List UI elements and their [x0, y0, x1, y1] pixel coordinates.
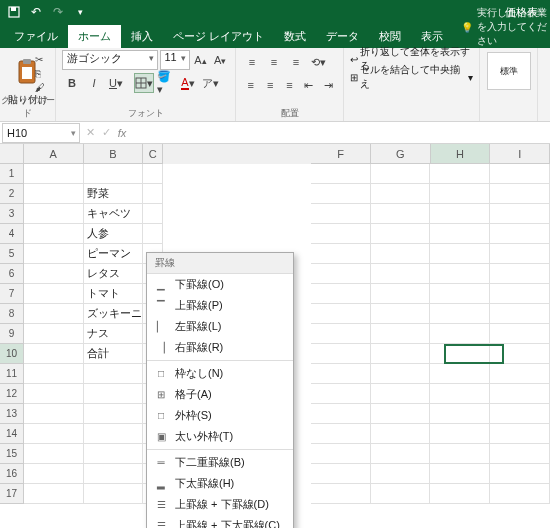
tab-formulas[interactable]: 数式 — [274, 25, 316, 48]
cell[interactable]: ナス — [84, 324, 144, 344]
cell[interactable] — [163, 204, 310, 224]
cell[interactable] — [490, 424, 550, 444]
row-header-8[interactable]: 8 — [0, 304, 24, 324]
phonetic-icon[interactable]: ア▾ — [200, 73, 220, 93]
row-header-12[interactable]: 12 — [0, 384, 24, 404]
cell[interactable] — [371, 324, 431, 344]
enter-icon[interactable]: ✓ — [98, 126, 114, 139]
cell[interactable] — [490, 304, 550, 324]
cell[interactable] — [24, 384, 84, 404]
align-top-icon[interactable]: ≡ — [242, 52, 262, 72]
cell[interactable] — [311, 424, 371, 444]
cell[interactable] — [371, 344, 431, 364]
menu-right-border[interactable]: ▕右罫線(R) — [147, 337, 293, 358]
cell[interactable] — [490, 264, 550, 284]
qat-dropdown-icon[interactable]: ▾ — [70, 2, 90, 22]
cell[interactable] — [24, 224, 84, 244]
cell[interactable] — [311, 304, 371, 324]
cell[interactable] — [490, 164, 550, 184]
tab-insert[interactable]: 挿入 — [121, 25, 163, 48]
cell[interactable] — [311, 344, 371, 364]
cell[interactable] — [371, 424, 431, 444]
cell[interactable] — [311, 164, 371, 184]
col-i[interactable]: I — [490, 144, 550, 164]
cell[interactable] — [490, 384, 550, 404]
row-header-1[interactable]: 1 — [0, 164, 24, 184]
fx-icon[interactable]: fx — [114, 127, 130, 139]
menu-thick-border[interactable]: ▣太い外枠(T) — [147, 426, 293, 447]
row-header-9[interactable]: 9 — [0, 324, 24, 344]
cell[interactable]: 野菜 — [84, 184, 144, 204]
align-bot-icon[interactable]: ≡ — [286, 52, 306, 72]
cell[interactable] — [490, 184, 550, 204]
cell[interactable] — [143, 204, 163, 224]
cell[interactable] — [311, 404, 371, 424]
cell[interactable] — [163, 164, 310, 184]
merge-button[interactable]: ⊞セルを結合して中央揃え▾ — [350, 68, 473, 86]
col-h-header[interactable]: H — [431, 144, 491, 164]
menu-no-border[interactable]: □枠なし(N) — [147, 363, 293, 384]
cell[interactable] — [490, 284, 550, 304]
menu-left-border[interactable]: ▏左罫線(L) — [147, 316, 293, 337]
cell[interactable] — [84, 484, 144, 504]
cell[interactable] — [371, 204, 431, 224]
align-left-icon[interactable]: ≡ — [242, 75, 259, 95]
row-header-4[interactable]: 4 — [0, 224, 24, 244]
redo-icon[interactable]: ↷ — [48, 2, 68, 22]
menu-thick-bottom[interactable]: ▂下太罫線(H) — [147, 473, 293, 494]
bold-button[interactable]: B — [62, 73, 82, 93]
cell[interactable] — [24, 244, 84, 264]
cell[interactable] — [490, 344, 550, 364]
cell[interactable] — [430, 384, 490, 404]
cancel-icon[interactable]: ✕ — [82, 126, 98, 139]
row-header-2[interactable]: 2 — [0, 184, 24, 204]
italic-button[interactable]: I — [84, 73, 104, 93]
cell[interactable] — [371, 244, 431, 264]
cell[interactable] — [430, 364, 490, 384]
cell[interactable] — [430, 184, 490, 204]
cell[interactable] — [311, 464, 371, 484]
cell[interactable]: 人参 — [84, 224, 144, 244]
cell[interactable] — [371, 404, 431, 424]
cell[interactable] — [311, 184, 371, 204]
cell[interactable]: 合計 — [84, 344, 144, 364]
name-box[interactable]: H10 — [2, 123, 80, 143]
col-b[interactable]: B — [84, 144, 144, 164]
cell[interactable] — [24, 204, 84, 224]
font-size-select[interactable]: 11 — [160, 50, 190, 70]
menu-outer-border[interactable]: □外枠(S) — [147, 405, 293, 426]
cell[interactable] — [430, 464, 490, 484]
cell[interactable] — [371, 304, 431, 324]
cell[interactable] — [311, 224, 371, 244]
cell[interactable] — [430, 324, 490, 344]
cell[interactable] — [371, 444, 431, 464]
cell[interactable] — [311, 444, 371, 464]
borders-button[interactable]: ▾ — [134, 73, 154, 93]
select-all[interactable] — [0, 144, 24, 164]
row-header-3[interactable]: 3 — [0, 204, 24, 224]
cell[interactable] — [24, 404, 84, 424]
indent-inc-icon[interactable]: ⇥ — [320, 75, 337, 95]
cell[interactable] — [371, 284, 431, 304]
menu-bottom-border[interactable]: ▁下罫線(O) — [147, 274, 293, 295]
cell[interactable] — [84, 424, 144, 444]
col-g[interactable]: G — [371, 144, 431, 164]
cell[interactable] — [430, 224, 490, 244]
cell[interactable] — [490, 224, 550, 244]
font-name-select[interactable]: 游ゴシック — [62, 50, 158, 70]
cell[interactable] — [430, 444, 490, 464]
cell[interactable] — [371, 384, 431, 404]
cut-icon[interactable]: ✂ — [35, 54, 49, 66]
cell[interactable] — [24, 264, 84, 284]
align-right-icon[interactable]: ≡ — [281, 75, 298, 95]
shrink-font-icon[interactable]: A▾ — [211, 50, 229, 70]
fill-color-icon[interactable]: 🪣▾ — [156, 73, 176, 93]
cell[interactable] — [311, 484, 371, 504]
cell[interactable]: トマト — [84, 284, 144, 304]
cell[interactable]: キャベツ — [84, 204, 144, 224]
row-header-6[interactable]: 6 — [0, 264, 24, 284]
cell[interactable] — [24, 464, 84, 484]
cell[interactable] — [490, 204, 550, 224]
orientation-icon[interactable]: ⟲▾ — [308, 52, 328, 72]
tab-home[interactable]: ホーム — [68, 25, 121, 48]
